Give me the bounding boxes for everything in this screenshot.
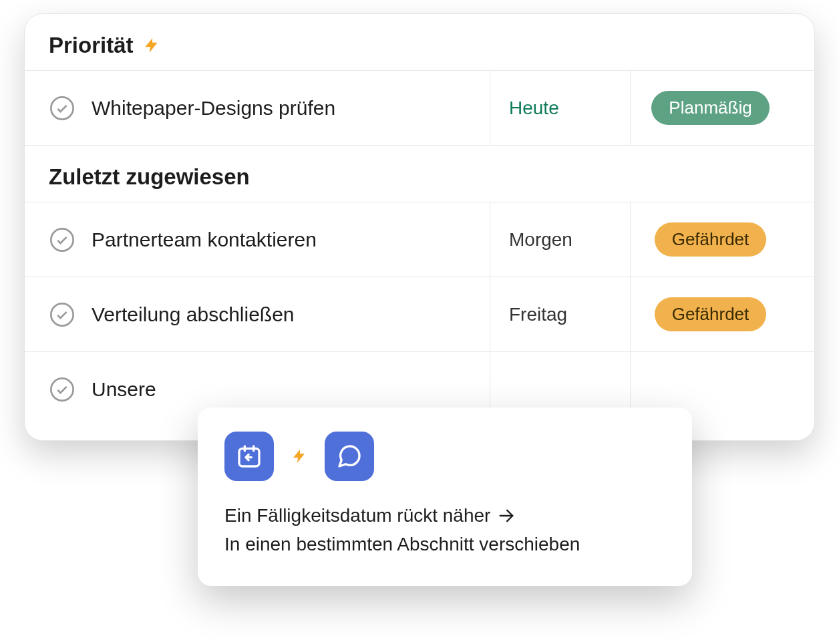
task-title: Whitepaper-Designs prüfen [92, 97, 490, 120]
task-status-cell[interactable]: Planmäßig [630, 71, 790, 145]
svg-point-3 [51, 378, 73, 400]
task-status-cell[interactable]: Gefährdet [630, 202, 790, 277]
task-date[interactable]: Freitag [490, 277, 630, 351]
svg-point-2 [51, 303, 73, 325]
status-badge: Planmäßig [651, 91, 769, 125]
task-title: Partnerteam kontaktieren [92, 228, 490, 251]
bolt-icon [291, 447, 307, 466]
section-title: Priorität [49, 33, 134, 58]
automation-popover: Ein Fälligkeitsdatum rückt näher In eine… [198, 408, 692, 586]
check-circle-icon[interactable] [49, 376, 75, 403]
svg-point-0 [51, 97, 73, 119]
task-status-cell[interactable]: Gefährdet [630, 277, 790, 351]
status-badge: Gefährdet [655, 222, 767, 257]
task-row[interactable]: Partnerteam kontaktieren Morgen Gefährde… [25, 202, 814, 277]
task-date[interactable]: Morgen [490, 202, 630, 277]
popover-icon-row [224, 432, 665, 481]
section-header-recent[interactable]: Zuletzt zugewiesen [25, 145, 814, 202]
check-circle-icon[interactable] [49, 226, 75, 253]
task-row[interactable]: Whitepaper-Designs prüfen Heute Planmäßi… [25, 70, 814, 145]
popover-line-2-text: In einen bestimmten Abschnitt verschiebe… [224, 530, 580, 558]
arrow-right-icon [497, 506, 516, 525]
popover-line-1[interactable]: Ein Fälligkeitsdatum rückt näher [224, 501, 665, 530]
task-title: Verteilung abschließen [92, 303, 490, 326]
task-row[interactable]: Verteilung abschließen Freitag Gefährdet [25, 277, 814, 351]
chat-bubble-icon[interactable] [325, 432, 374, 481]
section-header-priority[interactable]: Priorität [25, 14, 814, 70]
check-circle-icon[interactable] [49, 301, 75, 328]
task-date[interactable]: Heute [490, 71, 630, 145]
popover-line-1-text: Ein Fälligkeitsdatum rückt näher [224, 501, 490, 530]
status-badge: Gefährdet [655, 297, 767, 331]
check-circle-icon[interactable] [49, 95, 75, 122]
popover-line-2[interactable]: In einen bestimmten Abschnitt verschiebe… [224, 530, 665, 558]
task-list-card: Priorität Whitepaper-Designs prüfen Heut… [24, 13, 815, 441]
section-title: Zuletzt zugewiesen [49, 164, 250, 190]
calendar-back-icon[interactable] [224, 432, 274, 481]
task-title: Unsere [92, 378, 490, 401]
bolt-icon [143, 35, 160, 55]
svg-point-1 [51, 228, 73, 251]
